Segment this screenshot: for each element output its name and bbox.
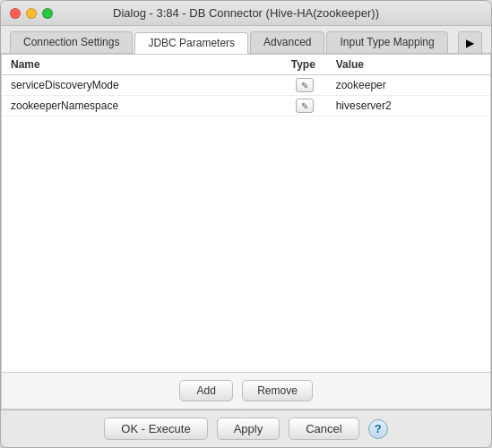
tab-connection-settings[interactable]: Connection Settings (10, 31, 133, 53)
maximize-button[interactable] (42, 8, 53, 19)
apply-button[interactable]: Apply (217, 418, 281, 440)
table-row[interactable]: zookeeperNamespace✎hiveserver2 (2, 96, 490, 116)
params-table: Name Type Value serviceDiscoveryMode✎zoo… (2, 55, 490, 116)
table-spacer (2, 116, 490, 372)
row-value: hiveserver2 (327, 96, 490, 116)
footer: OK - Execute Apply Cancel ? (1, 409, 491, 447)
content-area: Name Type Value serviceDiscoveryMode✎zoo… (1, 54, 491, 409)
row-type[interactable]: ✎ (282, 96, 327, 116)
tab-jdbc-parameters[interactable]: JDBC Parameters (134, 32, 248, 54)
cancel-button[interactable]: Cancel (289, 418, 358, 440)
close-button[interactable] (10, 8, 21, 19)
row-name: zookeeperNamespace (2, 96, 282, 116)
row-name: serviceDiscoveryMode (2, 75, 282, 96)
edit-icon[interactable]: ✎ (296, 99, 314, 113)
table-row[interactable]: serviceDiscoveryMode✎zookeeper (2, 75, 490, 96)
row-value: zookeeper (327, 75, 490, 96)
row-type[interactable]: ✎ (282, 75, 327, 96)
tab-advanced[interactable]: Advanced (250, 31, 324, 53)
col-header-name: Name (2, 55, 282, 75)
edit-icon[interactable]: ✎ (296, 78, 314, 92)
table-actions: Add Remove (2, 372, 490, 409)
dialog-window: Dialog - 3:84 - DB Connector (Hive-HA(zo… (0, 0, 492, 448)
help-button[interactable]: ? (368, 419, 388, 439)
window-title: Dialog - 3:84 - DB Connector (Hive-HA(zo… (113, 6, 379, 20)
tab-more-button[interactable]: ▶ (458, 31, 482, 53)
titlebar-buttons (10, 8, 53, 19)
col-header-value: Value (327, 55, 490, 75)
titlebar: Dialog - 3:84 - DB Connector (Hive-HA(zo… (1, 1, 491, 26)
add-button[interactable]: Add (179, 380, 233, 401)
ok-execute-button[interactable]: OK - Execute (104, 418, 207, 440)
tab-input-type-mapping[interactable]: Input Type Mapping (326, 31, 447, 53)
remove-button[interactable]: Remove (242, 380, 313, 401)
tabbar: Connection Settings JDBC Parameters Adva… (1, 26, 491, 54)
minimize-button[interactable] (26, 8, 37, 19)
col-header-type: Type (282, 55, 327, 75)
